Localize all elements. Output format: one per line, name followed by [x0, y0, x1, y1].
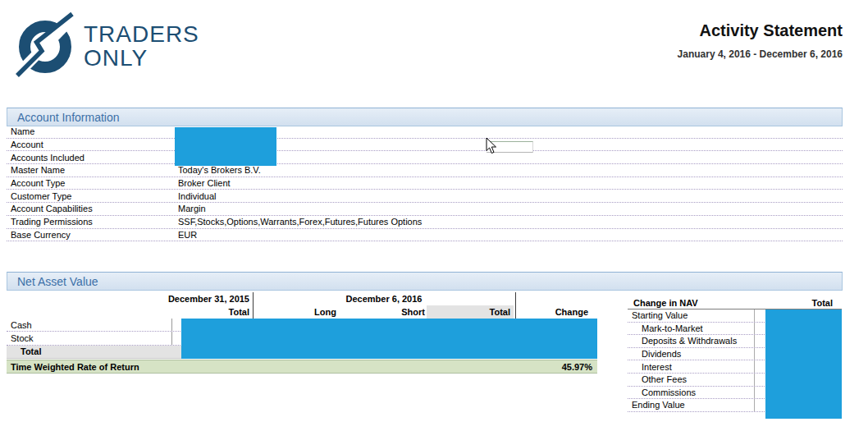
row-label: Ending Value	[628, 399, 755, 411]
row-label: Master Name	[7, 165, 171, 175]
row-value: SSF,Stocks,Options,Warrants,Forex,Future…	[171, 217, 422, 227]
row-label: Deposits & Withdrawals	[628, 335, 755, 347]
table-row: Customer Type Individual	[7, 190, 843, 203]
table-row: Master Name Today's Brokers B.V.	[7, 164, 843, 177]
col-header-long: Long	[253, 305, 338, 319]
row-label: Other Fees	[628, 374, 755, 386]
col-header-change: Change	[514, 305, 596, 319]
twrr-value: 45.97%	[562, 362, 597, 372]
column-divider	[253, 292, 254, 319]
row-label: Accounts Included	[7, 153, 171, 163]
row-value: EUR	[171, 230, 197, 240]
col-header-dec-31-2015: December 31, 2015	[7, 292, 253, 305]
logo-word-traders: TRADERS	[84, 22, 199, 46]
net-asset-value-table: December 31, 2015 December 6, 2016 Total…	[7, 292, 597, 359]
section-header-account-information: Account Information	[7, 108, 843, 126]
table-row: Account	[7, 139, 843, 152]
row-value: Today's Brokers B.V.	[171, 165, 261, 175]
twrr-label: Time Weighted Rate of Return	[7, 362, 139, 372]
row-label: Interest	[628, 360, 755, 373]
col-header-short: Short	[338, 305, 427, 319]
row-value: Margin	[171, 204, 206, 213]
redaction-box-nav-values	[181, 319, 597, 359]
traders-only-logo-icon	[11, 11, 80, 80]
logo-word-only: ONLY	[84, 46, 199, 70]
redaction-box-change-in-nav	[765, 309, 842, 419]
table-row: Trading Permissions SSF,Stocks,Options,W…	[7, 216, 843, 229]
nav-header-subcolumns-row: Total Long Short Total Change	[7, 305, 597, 319]
row-label: Trading Permissions	[7, 217, 171, 227]
row-label: Account	[7, 140, 171, 149]
row-label: Account Type	[7, 178, 171, 188]
change-in-nav-header: Change in NAV Total	[628, 297, 842, 309]
row-label: Stock	[7, 332, 172, 344]
page-title: Activity Statement	[700, 21, 843, 40]
account-information-table: Name Account Accounts Included Master Na…	[7, 126, 843, 241]
row-label: Commissions	[628, 387, 755, 399]
section-title: Net Asset Value	[7, 275, 98, 288]
table-row: Base Currency EUR	[7, 229, 843, 242]
statement-date-range: January 4, 2016 - December 6, 2016	[678, 48, 843, 60]
row-label: Customer Type	[7, 191, 171, 201]
row-value: Broker Client	[171, 178, 231, 188]
table-row: Account Capabilities Margin	[7, 203, 843, 216]
row-label: Name	[7, 126, 171, 136]
activity-statement-page: TRADERS ONLY Activity Statement January …	[0, 0, 868, 431]
row-value: Individual	[171, 191, 216, 201]
row-label: Total	[7, 346, 172, 358]
col-header-total-2016: Total	[427, 305, 514, 319]
table-row: Account Type Broker Client	[7, 177, 843, 190]
col-header-total: Total	[812, 298, 842, 308]
nav-header-dates-row: December 31, 2015 December 6, 2016	[7, 292, 597, 305]
row-label: Mark-to-Market	[628, 323, 755, 335]
section-header-net-asset-value: Net Asset Value	[7, 272, 843, 291]
section-title: Account Information	[7, 111, 120, 124]
redaction-box-account	[175, 127, 276, 166]
col-header-change-in-nav: Change in NAV	[628, 298, 698, 308]
row-label: Cash	[7, 319, 172, 331]
time-weighted-rate-of-return-row: Time Weighted Rate of Return 45.97%	[7, 360, 597, 374]
row-label: Account Capabilities	[7, 204, 171, 213]
col-header-total-2015: Total	[7, 305, 253, 319]
column-divider	[515, 292, 516, 319]
table-row: Accounts Included	[7, 151, 843, 164]
row-label: Base Currency	[7, 230, 171, 240]
row-label: Dividends	[628, 348, 755, 360]
row-label: Starting Value	[628, 309, 755, 322]
col-header-dec-6-2016: December 6, 2016	[253, 292, 515, 305]
table-row: Name	[7, 126, 843, 139]
logo-wordmark: TRADERS ONLY	[84, 22, 199, 70]
mouse-cursor-icon	[486, 137, 497, 154]
